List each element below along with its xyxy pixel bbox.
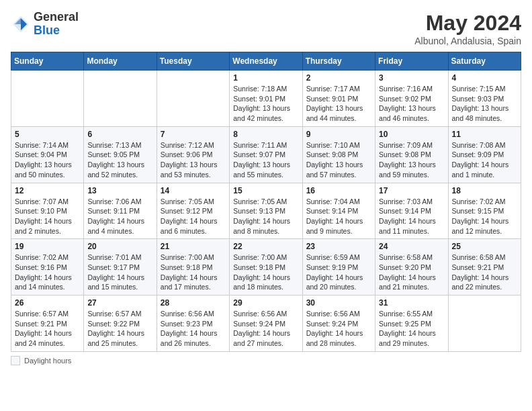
day-number: 29 xyxy=(233,298,298,308)
day-number: 8 xyxy=(233,130,298,139)
daylight-box-icon xyxy=(11,356,20,365)
day-info: Sunrise: 6:56 AMSunset: 9:24 PMDaylight:… xyxy=(233,309,298,349)
calendar-cell: 5Sunrise: 7:14 AMSunset: 9:04 PMDaylight… xyxy=(11,126,84,183)
day-info: Sunrise: 7:02 AMSunset: 9:15 PMDaylight:… xyxy=(452,197,517,236)
day-info: Sunrise: 7:13 AMSunset: 9:05 PMDaylight:… xyxy=(87,140,152,180)
calendar-cell: 25Sunrise: 6:58 AMSunset: 9:21 PMDayligh… xyxy=(448,239,521,295)
calendar-cell: 4Sunrise: 7:15 AMSunset: 9:03 PMDaylight… xyxy=(448,71,521,127)
day-number: 26 xyxy=(15,298,80,308)
day-number: 18 xyxy=(452,186,517,195)
calendar-cell: 24Sunrise: 6:58 AMSunset: 9:20 PMDayligh… xyxy=(375,239,448,295)
day-number: 16 xyxy=(306,186,371,195)
day-info: Sunrise: 7:18 AMSunset: 9:01 PMDaylight:… xyxy=(233,84,298,124)
day-info: Sunrise: 6:56 AMSunset: 9:23 PMDaylight:… xyxy=(161,309,226,349)
logo: General Blue xyxy=(11,11,79,38)
calendar-cell: 3Sunrise: 7:16 AMSunset: 9:02 PMDaylight… xyxy=(375,71,448,127)
calendar-cell: 8Sunrise: 7:11 AMSunset: 9:07 PMDaylight… xyxy=(230,126,302,183)
calendar-col-header: Monday xyxy=(84,52,157,71)
calendar-week-row: 5Sunrise: 7:14 AMSunset: 9:04 PMDaylight… xyxy=(11,126,521,183)
day-info: Sunrise: 6:58 AMSunset: 9:20 PMDaylight:… xyxy=(379,253,444,292)
calendar-col-header: Friday xyxy=(375,52,448,71)
day-info: Sunrise: 7:14 AMSunset: 9:04 PMDaylight:… xyxy=(15,140,80,180)
day-info: Sunrise: 7:02 AMSunset: 9:16 PMDaylight:… xyxy=(15,253,80,292)
day-info: Sunrise: 7:05 AMSunset: 9:13 PMDaylight:… xyxy=(233,197,298,236)
calendar-cell: 14Sunrise: 7:05 AMSunset: 9:12 PMDayligh… xyxy=(157,183,229,239)
day-number: 27 xyxy=(87,298,152,308)
daylight-label: Daylight hours xyxy=(24,357,71,365)
day-number: 17 xyxy=(379,186,444,195)
day-info: Sunrise: 7:05 AMSunset: 9:12 PMDaylight:… xyxy=(161,197,226,236)
day-info: Sunrise: 7:06 AMSunset: 9:11 PMDaylight:… xyxy=(87,197,152,236)
calendar-cell: 1Sunrise: 7:18 AMSunset: 9:01 PMDaylight… xyxy=(230,71,302,127)
calendar-week-row: 26Sunrise: 6:57 AMSunset: 9:21 PMDayligh… xyxy=(11,295,521,352)
day-number: 23 xyxy=(306,242,371,251)
calendar-cell: 20Sunrise: 7:01 AMSunset: 9:17 PMDayligh… xyxy=(84,239,157,295)
day-number: 7 xyxy=(161,130,226,139)
day-info: Sunrise: 7:16 AMSunset: 9:02 PMDaylight:… xyxy=(379,84,444,124)
calendar-week-row: 19Sunrise: 7:02 AMSunset: 9:16 PMDayligh… xyxy=(11,239,521,295)
calendar-cell: 18Sunrise: 7:02 AMSunset: 9:15 PMDayligh… xyxy=(448,183,521,239)
footer-note: Daylight hours xyxy=(11,356,521,365)
day-info: Sunrise: 7:00 AMSunset: 9:18 PMDaylight:… xyxy=(233,253,298,292)
day-info: Sunrise: 6:57 AMSunset: 9:22 PMDaylight:… xyxy=(87,309,152,349)
calendar-cell: 6Sunrise: 7:13 AMSunset: 9:05 PMDaylight… xyxy=(84,126,157,183)
calendar-cell: 7Sunrise: 7:12 AMSunset: 9:06 PMDaylight… xyxy=(157,126,229,183)
day-number: 31 xyxy=(379,298,444,308)
day-number: 12 xyxy=(15,186,80,195)
calendar-cell: 13Sunrise: 7:06 AMSunset: 9:11 PMDayligh… xyxy=(84,183,157,239)
calendar-table: SundayMondayTuesdayWednesdayThursdayFrid… xyxy=(11,52,521,352)
calendar-cell: 17Sunrise: 7:03 AMSunset: 9:14 PMDayligh… xyxy=(375,183,448,239)
calendar-col-header: Sunday xyxy=(11,52,84,71)
day-info: Sunrise: 6:57 AMSunset: 9:21 PMDaylight:… xyxy=(15,309,80,349)
day-info: Sunrise: 7:01 AMSunset: 9:17 PMDaylight:… xyxy=(87,253,152,292)
calendar-cell xyxy=(84,71,157,127)
calendar-cell: 26Sunrise: 6:57 AMSunset: 9:21 PMDayligh… xyxy=(11,295,84,352)
calendar-cell: 9Sunrise: 7:10 AMSunset: 9:08 PMDaylight… xyxy=(302,126,375,183)
calendar-cell: 27Sunrise: 6:57 AMSunset: 9:22 PMDayligh… xyxy=(84,295,157,352)
day-number: 1 xyxy=(233,73,298,83)
day-number: 3 xyxy=(379,73,444,83)
calendar-cell: 28Sunrise: 6:56 AMSunset: 9:23 PMDayligh… xyxy=(157,295,229,352)
day-info: Sunrise: 7:11 AMSunset: 9:07 PMDaylight:… xyxy=(233,140,298,180)
calendar-col-header: Thursday xyxy=(302,52,375,71)
calendar-cell: 19Sunrise: 7:02 AMSunset: 9:16 PMDayligh… xyxy=(11,239,84,295)
calendar-cell: 12Sunrise: 7:07 AMSunset: 9:10 PMDayligh… xyxy=(11,183,84,239)
title-block: May 2024 Albunol, Andalusia, Spain xyxy=(414,11,521,46)
calendar-col-header: Wednesday xyxy=(230,52,302,71)
day-info: Sunrise: 7:03 AMSunset: 9:14 PMDaylight:… xyxy=(379,197,444,236)
month-title: May 2024 xyxy=(414,11,521,36)
day-number: 24 xyxy=(379,242,444,251)
day-number: 20 xyxy=(87,242,152,251)
day-number: 6 xyxy=(87,130,152,139)
calendar-header-row: SundayMondayTuesdayWednesdayThursdayFrid… xyxy=(11,52,521,71)
day-info: Sunrise: 6:58 AMSunset: 9:21 PMDaylight:… xyxy=(452,253,517,292)
calendar-cell: 21Sunrise: 7:00 AMSunset: 9:18 PMDayligh… xyxy=(157,239,229,295)
day-info: Sunrise: 7:00 AMSunset: 9:18 PMDaylight:… xyxy=(161,253,226,292)
calendar-cell: 22Sunrise: 7:00 AMSunset: 9:18 PMDayligh… xyxy=(230,239,302,295)
day-number: 10 xyxy=(379,130,444,139)
day-number: 14 xyxy=(161,186,226,195)
day-info: Sunrise: 7:08 AMSunset: 9:09 PMDaylight:… xyxy=(452,140,517,180)
day-info: Sunrise: 6:59 AMSunset: 9:19 PMDaylight:… xyxy=(306,253,371,292)
calendar-cell: 11Sunrise: 7:08 AMSunset: 9:09 PMDayligh… xyxy=(448,126,521,183)
calendar-col-header: Saturday xyxy=(448,52,521,71)
day-info: Sunrise: 7:04 AMSunset: 9:14 PMDaylight:… xyxy=(306,197,371,236)
day-number: 21 xyxy=(161,242,226,251)
logo-general: General xyxy=(34,10,79,24)
calendar-cell: 16Sunrise: 7:04 AMSunset: 9:14 PMDayligh… xyxy=(302,183,375,239)
day-number: 11 xyxy=(452,130,517,139)
day-number: 2 xyxy=(306,73,371,83)
day-info: Sunrise: 6:56 AMSunset: 9:24 PMDaylight:… xyxy=(306,309,371,349)
logo-icon xyxy=(11,14,31,34)
day-number: 30 xyxy=(306,298,371,308)
day-info: Sunrise: 6:55 AMSunset: 9:25 PMDaylight:… xyxy=(379,309,444,349)
calendar-cell: 2Sunrise: 7:17 AMSunset: 9:01 PMDaylight… xyxy=(302,71,375,127)
calendar-cell xyxy=(11,71,84,127)
calendar-week-row: 12Sunrise: 7:07 AMSunset: 9:10 PMDayligh… xyxy=(11,183,521,239)
calendar-cell: 30Sunrise: 6:56 AMSunset: 9:24 PMDayligh… xyxy=(302,295,375,352)
logo-blue: Blue xyxy=(34,24,60,37)
day-number: 5 xyxy=(15,130,80,139)
calendar-col-header: Tuesday xyxy=(157,52,229,71)
day-number: 13 xyxy=(87,186,152,195)
day-info: Sunrise: 7:10 AMSunset: 9:08 PMDaylight:… xyxy=(306,140,371,180)
